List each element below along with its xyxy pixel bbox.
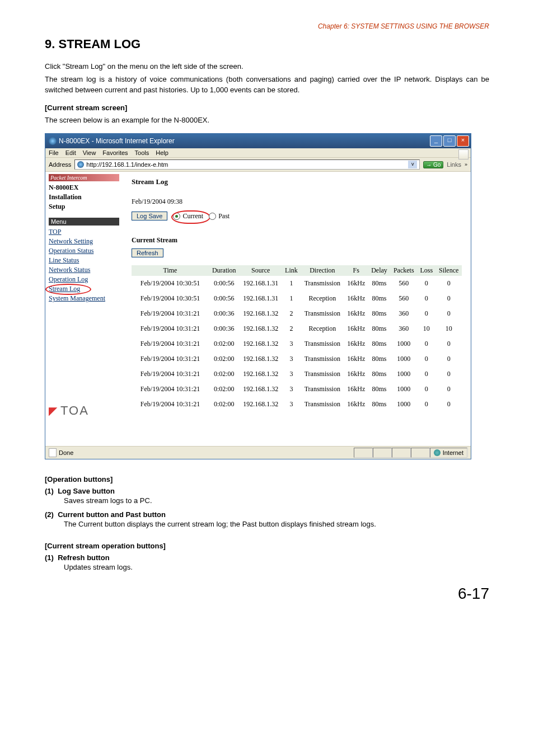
sidebar-link-top[interactable]: TOP <box>49 228 119 236</box>
table-cell: 192.168.1.32 <box>240 367 282 382</box>
table-cell: Transmission <box>301 336 344 351</box>
table-cell: 192.168.1.32 <box>240 336 282 351</box>
table-cell: Feb/19/2004 10:31:21 <box>132 321 209 336</box>
table-cell: 80ms <box>368 397 390 412</box>
table-cell: 360 <box>390 306 417 321</box>
table-cell: 3 <box>282 351 301 367</box>
table-cell: 1000 <box>390 336 417 351</box>
chevron-right-icon[interactable]: » <box>465 162 467 167</box>
table-row: Feb/19/2004 10:31:210:02:00192.168.1.323… <box>132 397 462 412</box>
table-cell: 80ms <box>368 321 390 336</box>
table-cell: 3 <box>282 336 301 351</box>
status-zone-label: Internet <box>443 449 463 456</box>
table-cell: 0:00:36 <box>209 321 240 336</box>
table-cell: 192.168.1.32 <box>240 351 282 367</box>
menu-edit[interactable]: Edit <box>65 149 76 156</box>
table-cell: 0:02:00 <box>209 351 240 367</box>
status-segment-4 <box>411 448 430 458</box>
setup-label: Setup <box>49 203 119 211</box>
operation-buttons-label: [Operation buttons] <box>45 475 489 483</box>
status-segment-2 <box>373 448 392 458</box>
table-cell: 192.168.1.32 <box>240 382 282 397</box>
sidebar-link-network-status[interactable]: Network Status <box>49 266 119 274</box>
op-item-1: (1) Log Save button <box>45 487 489 495</box>
table-cell: 0 <box>435 306 462 321</box>
current-operation-buttons-label: [Current stream operation buttons] <box>45 542 489 550</box>
table-cell: 80ms <box>368 367 390 382</box>
table-cell: 16kHz <box>344 382 368 397</box>
close-button[interactable]: × <box>457 135 469 147</box>
col-source: Source <box>240 265 282 276</box>
go-button[interactable]: → Go <box>423 161 443 168</box>
toa-triangle-icon: ◤ <box>49 404 58 417</box>
op-item-2: (2) Current button and Past button <box>45 510 489 519</box>
table-cell: 0 <box>417 382 435 397</box>
table-cell: Reception <box>301 321 344 336</box>
sidebar-link-stream-log[interactable]: Stream Log <box>49 285 119 293</box>
table-cell: 16kHz <box>344 367 368 382</box>
links-label[interactable]: Links <box>447 161 461 168</box>
table-cell: Feb/19/2004 10:30:51 <box>132 276 209 291</box>
sidebar-link-operation-log[interactable]: Operation Log <box>49 275 119 284</box>
window-title: N-8000EX - Microsoft Internet Explorer <box>59 137 430 145</box>
address-dropdown-icon[interactable]: v <box>408 161 417 168</box>
table-cell: Feb/19/2004 10:31:21 <box>132 382 209 397</box>
menu-view[interactable]: View <box>83 149 96 156</box>
menu-help[interactable]: Help <box>156 149 168 156</box>
log-save-button[interactable]: Log Save <box>132 212 167 220</box>
table-cell: 0:00:56 <box>209 276 240 291</box>
current-radio[interactable]: Current <box>173 212 203 220</box>
table-cell: 0 <box>435 397 462 412</box>
table-cell: 360 <box>390 321 417 336</box>
menu-favorites[interactable]: Favorites <box>102 149 128 156</box>
table-cell: Transmission <box>301 351 344 367</box>
sidebar-link-system-management[interactable]: System Management <box>49 294 119 303</box>
windows-flag-icon <box>458 149 469 159</box>
sidebar-link-line-status[interactable]: Line Status <box>49 256 119 265</box>
col-silence: Silence <box>435 265 462 276</box>
menubar: File Edit View Favorites Tools Help <box>45 148 471 158</box>
table-cell: 3 <box>282 367 301 382</box>
table-cell: 0 <box>417 291 435 306</box>
table-cell: Feb/19/2004 10:31:21 <box>132 336 209 351</box>
table-row: Feb/19/2004 10:31:210:02:00192.168.1.323… <box>132 367 462 382</box>
table-cell: 16kHz <box>344 276 368 291</box>
table-cell: 1000 <box>390 397 417 412</box>
past-radio[interactable]: Past <box>209 212 229 220</box>
table-cell: Transmission <box>301 382 344 397</box>
minimize-button[interactable]: _ <box>430 135 442 147</box>
status-page-icon <box>49 448 57 457</box>
op-item-2-desc: The Current button displays the current … <box>64 520 489 528</box>
table-cell: Feb/19/2004 10:31:21 <box>132 306 209 321</box>
table-row: Feb/19/2004 10:31:210:00:36192.168.1.322… <box>132 306 462 321</box>
menu-tools[interactable]: Tools <box>135 149 149 156</box>
content-timestamp: Feb/19/2004 09:38 <box>132 198 462 206</box>
col-link: Link <box>282 265 301 276</box>
table-cell: Reception <box>301 291 344 306</box>
current-label: Current <box>182 212 203 220</box>
sidebar-link-network-setting[interactable]: Network Setting <box>49 237 119 246</box>
toa-logo: ◤ TOA <box>49 403 119 418</box>
current-stream-heading: Current Stream <box>132 236 462 245</box>
installation-label: Installation <box>49 193 119 201</box>
maximize-button[interactable]: □ <box>443 135 456 147</box>
table-row: Feb/19/2004 10:31:210:02:00192.168.1.323… <box>132 351 462 367</box>
table-cell: 192.168.1.31 <box>240 291 282 306</box>
table-cell: 192.168.1.31 <box>240 276 282 291</box>
table-cell: 16kHz <box>344 321 368 336</box>
internet-zone-icon <box>434 449 441 456</box>
table-cell: 1000 <box>390 351 417 367</box>
address-input[interactable]: http://192.168.1.1/index-e.htm v <box>74 159 420 170</box>
address-bar: Address http://192.168.1.1/index-e.htm v… <box>45 158 471 172</box>
table-cell: 192.168.1.32 <box>240 397 282 412</box>
current-screen-desc: The screen below is an example for the N… <box>45 115 489 126</box>
sidebar-link-operation-status[interactable]: Operation Status <box>49 247 119 255</box>
table-cell: 0 <box>435 351 462 367</box>
content-title: Stream Log <box>132 177 462 186</box>
table-cell: 0 <box>435 367 462 382</box>
menu-file[interactable]: File <box>49 149 59 156</box>
table-cell: 0 <box>435 276 462 291</box>
col-fs: Fs <box>344 265 368 276</box>
refresh-button[interactable]: Refresh <box>132 248 163 257</box>
table-cell: 0 <box>417 351 435 367</box>
